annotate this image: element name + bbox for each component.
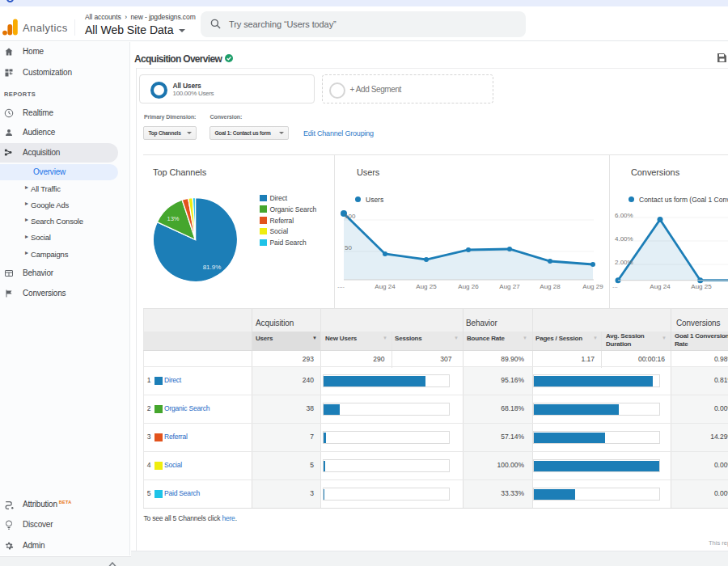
svg-text:Aug 29: Aug 29 [582,283,603,290]
svg-text:...: ... [612,282,618,289]
svg-text:Aug 26: Aug 26 [458,283,479,290]
svg-text:50: 50 [345,244,352,251]
svg-text:2.00%: 2.00% [615,259,633,266]
svg-text:100: 100 [345,213,356,220]
svg-text:....: .... [337,282,345,289]
svg-text:13%: 13% [167,214,179,222]
svg-text:Aug 28: Aug 28 [540,283,561,290]
svg-text:81.9%: 81.9% [202,263,221,270]
svg-text:Aug 25: Aug 25 [691,283,712,290]
svg-text:Aug 24: Aug 24 [375,283,396,290]
svg-text:Aug 25: Aug 25 [416,283,437,290]
svg-text:Aug 27: Aug 27 [499,283,520,290]
svg-text:6.00%: 6.00% [615,212,633,219]
svg-text:4.00%: 4.00% [615,235,633,243]
svg-text:Aug 24: Aug 24 [650,283,671,290]
